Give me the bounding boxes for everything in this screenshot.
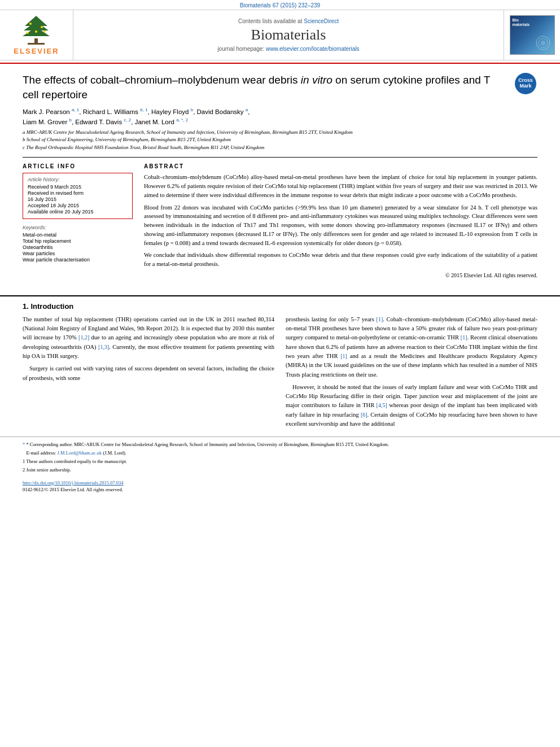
intro-right-text: prosthesis lasting for only 5–7 years [1… (286, 315, 537, 429)
article-info-abstract-section: ARTICLE INFO Article history: Received 9… (23, 163, 537, 278)
article-title-section: The effects of cobalt–chromium–molybdenu… (23, 73, 537, 151)
intro-right-col: prosthesis lasting for only 5–7 years [1… (286, 315, 537, 432)
intro-para4: However, it should be noted that the iss… (286, 383, 537, 429)
abstract-col: ABSTRACT Cobalt–chromium–molybdenum (CoC… (144, 163, 537, 278)
cover-decoration-icon (535, 34, 552, 51)
abstract-copyright: © 2015 Elsevier Ltd. All rights reserved… (144, 272, 537, 278)
footnote-star: * * Corresponding author. MRC-ARUK Centr… (23, 442, 537, 448)
journal-homepage-line: journal homepage: www.elsevier.com/locat… (217, 46, 359, 52)
affiliation-a: a MRC-ARUK Centre for Musculoskeletal Ag… (23, 129, 507, 137)
crossmark-icon: CrossMark (515, 73, 536, 94)
crossmark-badge[interactable]: CrossMark (515, 73, 537, 95)
intro-para1: The number of total hip replacement (THR… (23, 315, 274, 361)
intro-para2: Surgery is carried out with varying rate… (23, 364, 274, 383)
page-wrapper: Biomaterials 67 (2015) 232–239 (0, 0, 560, 497)
article-history-box: Article history: Received 9 March 2015 R… (23, 173, 133, 219)
elsevier-logo-col: ELSEVIER (0, 10, 73, 60)
keywords-label: Keywords: (23, 225, 133, 230)
received-date: Received 9 March 2015 (28, 184, 128, 190)
history-label: Article history: (28, 177, 128, 182)
abstract-para2: Blood from 22 donors was incubated with … (144, 203, 537, 248)
ref-4-5[interactable]: [4,5] (377, 402, 387, 408)
footnote-note2: 2 Joint senior authorship. (23, 467, 537, 474)
svg-point-6 (41, 26, 43, 28)
footnote-email-link[interactable]: J.M.Lord@bham.ac.uk (58, 450, 102, 456)
svg-point-9 (35, 30, 37, 33)
journal-name: Biomaterials (251, 27, 326, 43)
article-area: The effects of cobalt–chromium–molybdenu… (0, 64, 560, 287)
abstract-para3: We conclude that individuals show differ… (144, 251, 537, 269)
accepted-date: Accepted 18 July 2015 (28, 203, 128, 208)
intro-para3: prosthesis lasting for only 5–7 years [1… (286, 315, 537, 379)
affiliation-b: b School of Chemical Engineering, Univer… (23, 136, 507, 144)
abstract-para1: Cobalt–chromium–molybdenum (CoCrMo) allo… (144, 173, 537, 199)
journal-header: Biomaterials 67 (2015) 232–239 (0, 0, 560, 64)
intro-left-col: The number of total hip replacement (THR… (23, 315, 274, 432)
abstract-header: ABSTRACT (144, 163, 537, 169)
cover-title: Biomaterials (513, 18, 530, 28)
affiliations: a MRC-ARUK Centre for Musculoskeletal Ag… (23, 129, 507, 152)
ref-r1b[interactable]: [1] (461, 334, 467, 340)
doi-line: http://dx.doi.org/10.1016/j.biomaterials… (0, 478, 560, 487)
authors-line1: Mark J. Pearson a, 1, Richard L. William… (23, 107, 507, 115)
footnote-email: E-mail address: J.M.Lord@bham.ac.uk (J.M… (23, 450, 537, 457)
elsevier-logo: ELSEVIER (14, 15, 59, 55)
keyword-2: Total hip replacement (23, 238, 133, 244)
abstract-text: Cobalt–chromium–molybdenum (CoCrMo) allo… (144, 173, 537, 269)
header-content: ELSEVIER Contents lists available at Sci… (0, 10, 560, 60)
rights-line: 0142-9612/© 2015 Elsevier Ltd. All right… (0, 487, 560, 497)
svg-rect-1 (28, 43, 45, 45)
keyword-3: Osteoarthritis (23, 244, 133, 250)
intro-left-text: The number of total hip replacement (THR… (23, 315, 274, 383)
biomaterials-cover-image: Biomaterials (510, 15, 555, 55)
sciencedirect-line: Contents lists available at ScienceDirec… (238, 18, 339, 24)
introduction-section: 1. Introduction The number of total hip … (0, 302, 560, 432)
ref-6[interactable]: [6] (361, 412, 368, 418)
received-revised-label: Received in revised form (28, 190, 128, 196)
doi-link[interactable]: http://dx.doi.org/10.1016/j.biomaterials… (23, 480, 124, 486)
elsevier-tree-icon (19, 15, 53, 46)
footnote-note1: 1 These authors contributed equally to t… (23, 458, 537, 465)
svg-point-8 (43, 30, 46, 33)
svg-point-7 (27, 32, 29, 34)
ref-1-2[interactable]: [1,2] (78, 334, 89, 340)
journal-homepage-link[interactable]: www.elsevier.com/locate/biomaterials (266, 46, 360, 52)
ref-1-3[interactable]: [1,3] (98, 344, 109, 350)
divider-thick (0, 295, 560, 296)
keywords-section: Keywords: Metal-on-metal Total hip repla… (23, 225, 133, 263)
affiliation-c: c The Royal Orthopaedic Hospital NHS Fou… (23, 144, 507, 152)
journal-ref: Biomaterials 67 (2015) 232–239 (240, 2, 320, 8)
article-title-text: The effects of cobalt–chromium–molybdenu… (23, 73, 507, 151)
svg-point-5 (29, 23, 32, 25)
biomaterials-cover-col: Biomaterials (504, 10, 560, 60)
footnote-section: * * Corresponding author. MRC-ARUK Centr… (0, 436, 560, 478)
journal-ref-bar: Biomaterials 67 (2015) 232–239 (0, 0, 560, 10)
article-info-header: ARTICLE INFO (23, 163, 133, 169)
keyword-5: Wear particle characterisation (23, 257, 133, 263)
divider-after-authors (23, 157, 537, 158)
article-info-col: ARTICLE INFO Article history: Received 9… (23, 163, 133, 278)
revised-date: 16 July 2015 (28, 196, 128, 202)
svg-point-12 (541, 41, 545, 45)
section-title: 1. Introduction (23, 302, 537, 311)
sciencedirect-link[interactable]: ScienceDirect (304, 18, 339, 24)
elsevier-label: ELSEVIER (14, 47, 59, 55)
keyword-4: Wear particles (23, 251, 133, 256)
ref-r1c[interactable]: [1] (340, 353, 347, 359)
available-online: Available online 20 July 2015 (28, 209, 128, 215)
authors-line2: Liam M. Grover b, Edward T. Davis c, 2, … (23, 117, 507, 125)
keyword-1: Metal-on-metal (23, 232, 133, 238)
introduction-body: The number of total hip replacement (THR… (23, 315, 537, 432)
journal-title-col: Contents lists available at ScienceDirec… (73, 10, 504, 60)
article-title: The effects of cobalt–chromium–molybdenu… (23, 73, 507, 102)
ref-r1[interactable]: [1] (377, 316, 383, 322)
